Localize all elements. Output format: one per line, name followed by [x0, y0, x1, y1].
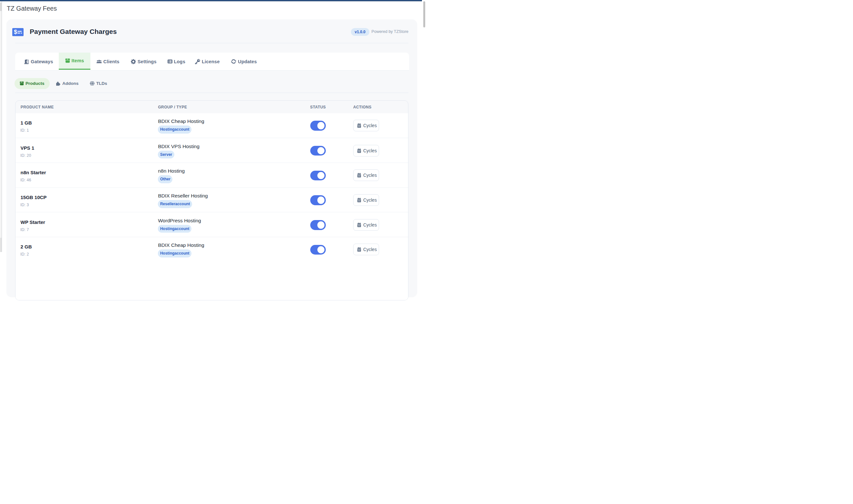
svg-text:$: $ [14, 29, 17, 35]
